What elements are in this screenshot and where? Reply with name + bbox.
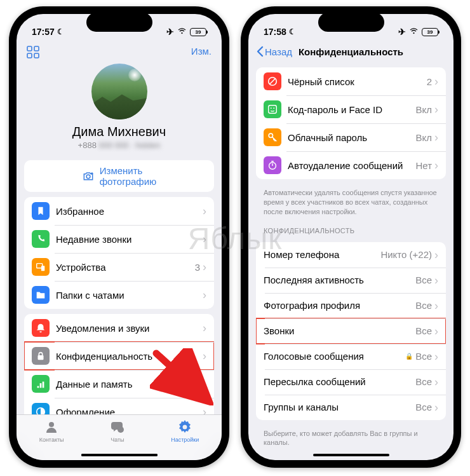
- svg-point-4: [86, 175, 90, 179]
- gear-icon: [177, 419, 193, 435]
- bell-icon: [32, 319, 50, 337]
- bookmark-icon: [32, 202, 50, 220]
- row-label: Облачный пароль: [288, 132, 416, 143]
- settings-row[interactable]: Облачный парольВкл›: [256, 123, 446, 151]
- svg-rect-0: [27, 46, 32, 51]
- settings-row[interactable]: Пересылка сообщенийВсе›: [256, 369, 446, 395]
- data-icon: [32, 375, 50, 393]
- settings-row[interactable]: Уведомления и звуки›: [24, 314, 214, 342]
- chevron-right-icon: ›: [434, 300, 438, 311]
- row-value: 2: [427, 76, 432, 87]
- svg-line-22: [270, 79, 276, 85]
- change-photo-label: Изменить фотографию: [100, 165, 157, 187]
- chevron-right-icon: ›: [434, 351, 438, 362]
- settings-row[interactable]: Последняя активностьВсе›: [256, 268, 446, 293]
- home-indicator: [81, 454, 158, 456]
- row-label: Папки с чатами: [56, 290, 203, 301]
- svg-point-18: [117, 426, 124, 433]
- settings-row[interactable]: Конфиденциальность›: [24, 342, 214, 370]
- settings-row[interactable]: Номер телефонаНикто (+22)›: [256, 242, 446, 268]
- svg-rect-1: [34, 46, 39, 51]
- row-label: Номер телефона: [264, 249, 380, 260]
- settings-row[interactable]: Папки с чатами›: [24, 281, 214, 309]
- row-label: Устройства: [56, 262, 195, 273]
- row-value: Все: [415, 275, 432, 285]
- change-photo-button[interactable]: Изменить фотографию: [24, 160, 214, 192]
- row-value: Все: [415, 351, 432, 362]
- devices-icon: [32, 258, 50, 276]
- svg-rect-3: [34, 53, 39, 58]
- lock-icon: 🔒: [405, 353, 413, 360]
- profile-header: Дима Михневич +888 000 000 · hidden: [17, 64, 222, 155]
- row-label: Пересылка сообщений: [264, 376, 415, 387]
- battery-icon: 39: [190, 28, 206, 36]
- chevron-right-icon: ›: [434, 275, 438, 286]
- row-label: Чёрный список: [288, 76, 427, 87]
- section-footer: Выберите, кто может добавлять Вас в груп…: [248, 425, 453, 449]
- settings-row[interactable]: Фотография профиляВсе›: [256, 293, 446, 318]
- settings-row[interactable]: Данные и память›: [24, 370, 214, 398]
- camera-icon: [82, 170, 95, 182]
- key-icon: [264, 128, 281, 146]
- chevron-right-icon: ›: [434, 104, 438, 115]
- settings-row[interactable]: Голосовые сообщения🔒Все›: [256, 344, 446, 369]
- theme-icon: [32, 403, 50, 414]
- do-not-disturb-icon: ☾: [57, 27, 64, 36]
- settings-row[interactable]: Автоудаление сообщенийНет›: [256, 151, 446, 179]
- tab-contact[interactable]: Контакты: [39, 419, 64, 460]
- settings-row[interactable]: Недавние звонки›: [24, 225, 214, 253]
- row-label: Недавние звонки: [56, 234, 203, 245]
- battery-icon: 39: [422, 28, 438, 36]
- qr-button[interactable]: [27, 46, 39, 61]
- chevron-right-icon: ›: [203, 289, 206, 301]
- edit-button[interactable]: Изм.: [191, 46, 211, 61]
- row-label: Избранное: [56, 206, 203, 217]
- row-label: Код-пароль и Face ID: [288, 104, 416, 115]
- row-label: Звонки: [264, 325, 415, 336]
- svg-point-26: [269, 133, 272, 137]
- settings-row[interactable]: Код-пароль и Face IDВкл›: [256, 95, 446, 123]
- row-label: Автоудаление сообщений: [288, 160, 415, 171]
- status-time: 17:57: [32, 27, 55, 37]
- dynamic-island: [86, 13, 152, 32]
- section-header: КОНФИДЕНЦИАЛЬНОСТЬ: [248, 218, 453, 237]
- phone-left: 17:57 ☾ ✈ 39 Изм. Дима Михневич: [9, 6, 229, 468]
- chevron-left-icon: [256, 46, 264, 57]
- chevron-right-icon: ›: [434, 76, 438, 87]
- settings-row[interactable]: Оформление›: [24, 398, 214, 414]
- svg-point-17: [49, 422, 54, 427]
- row-label: Последняя активность: [264, 275, 415, 285]
- row-label: Оформление: [56, 407, 203, 415]
- do-not-disturb-icon: ☾: [289, 27, 296, 36]
- home-indicator: [313, 454, 389, 456]
- row-label: Фотография профиля: [264, 300, 415, 311]
- airplane-icon: ✈: [166, 27, 174, 37]
- row-value: Вкл: [416, 104, 433, 115]
- svg-rect-9: [38, 355, 44, 360]
- svg-point-24: [271, 107, 272, 109]
- phone-icon: [32, 230, 50, 248]
- row-label: Голосовые сообщения: [264, 351, 405, 362]
- profile-phone: +888 000 000 · hidden: [27, 140, 211, 150]
- back-button[interactable]: Назад: [256, 46, 292, 57]
- settings-row[interactable]: Группы и каналыВсе›: [256, 395, 446, 420]
- wifi-icon: [177, 27, 187, 37]
- svg-point-20: [183, 425, 187, 430]
- settings-row[interactable]: ЗвонкиВсе›: [256, 318, 446, 344]
- dynamic-island: [318, 13, 384, 32]
- svg-point-25: [273, 107, 274, 109]
- settings-row[interactable]: Устройства3›: [24, 253, 214, 281]
- avatar[interactable]: [91, 64, 147, 119]
- settings-row[interactable]: Избранное›: [24, 197, 214, 225]
- chevron-right-icon: ›: [203, 350, 206, 362]
- row-label: Группы и каналы: [264, 402, 415, 412]
- chevron-right-icon: ›: [434, 249, 438, 261]
- timer-icon: [264, 156, 281, 174]
- row-label: Уведомления и звуки: [56, 323, 203, 334]
- settings-row[interactable]: Чёрный список2›: [256, 67, 446, 95]
- wifi-icon: [409, 27, 419, 37]
- chevron-right-icon: ›: [203, 322, 206, 334]
- contact-icon: [43, 419, 60, 435]
- status-time: 17:58: [264, 27, 286, 37]
- tab-gear[interactable]: Настройки: [171, 419, 199, 460]
